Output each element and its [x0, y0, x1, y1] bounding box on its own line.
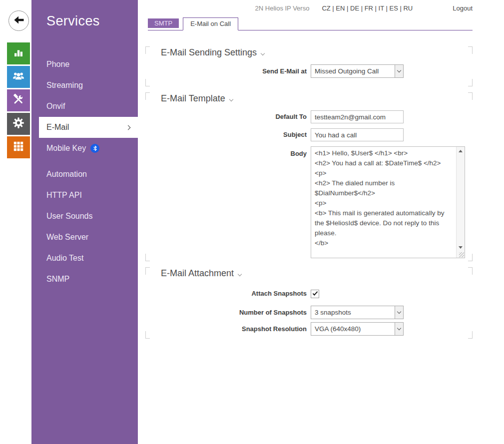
- sidebar-item-phone[interactable]: Phone: [31, 54, 138, 75]
- scroll-down-icon[interactable]: [459, 246, 463, 249]
- state-section-button[interactable]: [7, 42, 30, 64]
- field-label: Default To: [145, 110, 311, 123]
- sidebar-title: Services: [31, 0, 138, 29]
- chevron-down-icon: [397, 326, 401, 330]
- body-textarea-container: <h1> Hello, $User$ </h1> <br> <h2> You h…: [311, 146, 465, 258]
- corner-mark: [468, 267, 473, 275]
- back-button[interactable]: [8, 10, 29, 31]
- select-value: Missed Outgoing Call: [315, 67, 379, 75]
- section-title[interactable]: E-Mail Template: [145, 92, 473, 104]
- field-label: Number of Snapshots: [145, 306, 311, 319]
- section-email-attachment: E-Mail Attachment Attach Snapshots Numbe…: [145, 267, 473, 339]
- snapshot-resolution-select[interactable]: VGA (640x480): [311, 322, 404, 336]
- logout-link[interactable]: Logout: [453, 4, 473, 12]
- top-header: 2N Helios IP Verso CZ | EN | DE | FR | I…: [138, 0, 504, 12]
- sidebar-item-label: Web Server: [46, 227, 88, 248]
- field-label: Body: [145, 146, 311, 158]
- sidebar-item-user-sounds[interactable]: User Sounds: [31, 206, 138, 227]
- services-section-button[interactable]: [7, 113, 30, 135]
- back-arrow-icon: [13, 14, 25, 28]
- sidebar-item-label: Mobile Key: [46, 138, 86, 159]
- tab-smtp[interactable]: SMTP: [148, 18, 179, 28]
- bluetooth-icon: [90, 144, 99, 153]
- directory-section-button[interactable]: [7, 66, 30, 88]
- device-name: 2N Helios IP Verso: [255, 4, 310, 12]
- corner-mark: [468, 46, 473, 54]
- chevron-down-icon: [238, 272, 242, 276]
- users-icon: [12, 69, 25, 84]
- scroll-up-icon[interactable]: [459, 150, 463, 152]
- icon-rail: [0, 0, 31, 444]
- section-title-text: E-Mail Sending Settings: [161, 47, 257, 58]
- sidebar-item-http-api[interactable]: HTTP API: [31, 185, 138, 206]
- select-value: VGA (640x480): [315, 325, 361, 333]
- select-dropdown-button[interactable]: [395, 306, 403, 319]
- select-dropdown-button[interactable]: [395, 65, 403, 77]
- sidebar-item-label: User Sounds: [46, 206, 93, 227]
- section-title-text: E-Mail Attachment: [161, 268, 234, 279]
- main-area: 2N Helios IP Verso CZ | EN | DE | FR | I…: [138, 0, 504, 444]
- attach-snapshots-checkbox[interactable]: [311, 290, 319, 298]
- tab-bar: SMTP E-Mail on Call: [148, 18, 473, 30]
- form-row: Subject: [145, 128, 473, 141]
- corner-mark: [468, 92, 473, 100]
- grid-icon: [12, 140, 25, 155]
- sidebar-item-label: Audio Test: [46, 248, 83, 269]
- select-value: 3 snapshots: [315, 309, 351, 316]
- section-email-sending-settings: E-Mail Sending Settings Send E-Mail at M…: [145, 46, 473, 86]
- content: E-Mail Sending Settings Send E-Mail at M…: [145, 46, 473, 345]
- sidebar: Services Phone Streaming Onvif E-Mail Mo…: [31, 0, 138, 444]
- hardware-section-button[interactable]: [7, 89, 30, 111]
- resize-grip[interactable]: [459, 252, 464, 257]
- sidebar-item-mobile-key[interactable]: Mobile Key: [31, 138, 138, 159]
- body-textarea[interactable]: <h1> Hello, $User$ </h1> <br> <h2> You h…: [311, 147, 456, 258]
- sidebar-item-automation[interactable]: Automation: [31, 164, 138, 185]
- chevron-down-icon: [229, 97, 233, 101]
- corner-mark: [468, 331, 473, 339]
- tab-email-on-call[interactable]: E-Mail on Call: [183, 17, 238, 30]
- gear-icon: [12, 116, 25, 131]
- number-of-snapshots-select[interactable]: 3 snapshots: [311, 306, 404, 319]
- sidebar-item-label: Onvif: [46, 96, 65, 117]
- field-label: Snapshot Resolution: [145, 323, 311, 336]
- sidebar-item-label: HTTP API: [46, 185, 82, 206]
- section-icon-list: [7, 42, 30, 160]
- chevron-down-icon: [397, 68, 401, 72]
- language-switcher[interactable]: CZ | EN | DE | FR | IT | ES | RU: [322, 4, 413, 12]
- section-title[interactable]: E-Mail Sending Settings: [145, 46, 473, 58]
- form-row: Number of Snapshots 3 snapshots: [145, 306, 473, 319]
- form-row: Attach Snapshots: [145, 288, 473, 300]
- corner-mark: [145, 331, 150, 339]
- scrollbar[interactable]: [456, 147, 465, 258]
- corner-mark: [145, 79, 150, 86]
- sidebar-item-label: E-Mail: [46, 117, 69, 138]
- sidebar-item-label: Phone: [46, 54, 69, 75]
- select-dropdown-button[interactable]: [395, 323, 403, 335]
- chevron-down-icon: [261, 51, 265, 55]
- sidebar-item-onvif[interactable]: Onvif: [31, 96, 138, 117]
- sidebar-item-label: Automation: [46, 164, 87, 185]
- field-label: Attach Snapshots: [145, 288, 311, 300]
- subject-input[interactable]: [311, 128, 404, 141]
- section-title[interactable]: E-Mail Attachment: [145, 267, 473, 279]
- field-label: Send E-Mail at: [145, 65, 311, 78]
- section-title-text: E-Mail Template: [161, 93, 225, 104]
- sidebar-menu: Phone Streaming Onvif E-Mail Mobile Key …: [31, 54, 138, 290]
- system-section-button[interactable]: [7, 136, 30, 158]
- form-row: Send E-Mail at Missed Outgoing Call: [145, 64, 473, 78]
- corner-mark: [145, 46, 150, 54]
- sidebar-item-label: SNMP: [46, 269, 69, 290]
- checkmark-icon: [312, 290, 317, 296]
- sidebar-item-audio-test[interactable]: Audio Test: [31, 248, 138, 269]
- chevron-down-icon: [397, 310, 401, 314]
- corner-mark: [145, 267, 150, 275]
- default-to-input[interactable]: [311, 110, 404, 123]
- send-email-at-select[interactable]: Missed Outgoing Call: [311, 64, 404, 78]
- sidebar-item-streaming[interactable]: Streaming: [31, 75, 138, 96]
- field-label: Subject: [145, 128, 311, 141]
- corner-mark: [468, 79, 473, 86]
- sidebar-item-snmp[interactable]: SNMP: [31, 269, 138, 290]
- sidebar-item-web-server[interactable]: Web Server: [31, 227, 138, 248]
- sidebar-item-email[interactable]: E-Mail: [39, 117, 138, 138]
- corner-mark: [145, 254, 150, 261]
